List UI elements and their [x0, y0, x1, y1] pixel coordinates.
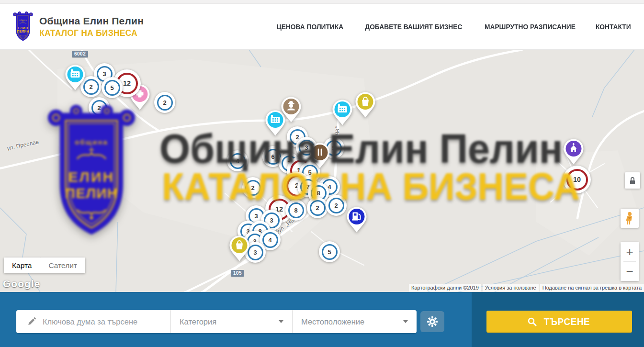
map-cluster-count: 4	[230, 153, 246, 169]
map-pin-builder[interactable]	[280, 96, 302, 123]
map-pin-church[interactable]	[563, 138, 585, 165]
pegman-icon	[624, 212, 635, 225]
map-pin-food[interactable]	[309, 142, 331, 169]
search-form: Категория Местоположение	[16, 310, 417, 333]
keyword-input[interactable]	[43, 317, 170, 326]
chevron-down-icon	[403, 320, 408, 323]
map-pin-shopping[interactable]	[228, 235, 250, 262]
map-cluster[interactable]: 8	[285, 200, 306, 221]
gear-icon	[427, 316, 438, 327]
search-icon	[528, 317, 537, 326]
map-cluster-count: 2	[310, 200, 326, 216]
map-type-satellite-button[interactable]: Сателит	[40, 257, 85, 273]
top-strip	[0, 0, 644, 4]
keyword-field[interactable]	[16, 310, 170, 333]
map-markers: 321252223564713522748128223338343510	[0, 50, 644, 292]
search-button[interactable]: ТЪРСЕНЕ	[486, 311, 632, 333]
map-type-map-button[interactable]: Карта	[4, 257, 40, 273]
municipality-logo	[11, 11, 34, 43]
main-nav: ЦЕНОВА ПОЛИТИКА ДОБАВЕТЕ ВАШИЯТ БИЗНЕС М…	[275, 23, 632, 31]
nav-add-business[interactable]: ДОБАВЕТЕ ВАШИЯТ БИЗНЕС	[365, 23, 462, 31]
chevron-down-icon	[279, 320, 283, 323]
map-cluster-count: 10	[566, 169, 588, 190]
map-cluster[interactable]: 2	[326, 195, 347, 216]
category-select-label: Категория	[180, 317, 216, 326]
map-pin-factory[interactable]	[331, 99, 353, 126]
nav-contacts[interactable]: КОНТАКТИ	[596, 23, 631, 31]
map-cluster[interactable]: 2	[307, 197, 328, 218]
nav-route-schedule[interactable]: МАРШРУТНО РАЗПИСАНИЕ	[485, 23, 576, 31]
map-cluster[interactable]: 5	[102, 77, 123, 98]
map-cluster-count: 5	[104, 80, 120, 96]
lock-button[interactable]	[625, 172, 640, 189]
map-pin-fuel[interactable]	[346, 206, 368, 233]
map-cluster[interactable]: 2	[154, 92, 175, 113]
zoom-in-button[interactable]: +	[621, 242, 639, 261]
nav-pricing-policy[interactable]: ЦЕНОВА ПОЛИТИКА	[277, 23, 343, 31]
map-cluster-count: 2	[245, 180, 261, 196]
location-select-label: Местоположение	[301, 317, 364, 326]
map-canvas[interactable]: 6002105ул. Преславбул. „Новоселци“ 32125…	[0, 50, 644, 292]
location-select[interactable]: Местоположение	[292, 310, 417, 333]
map-cluster-count: 8	[288, 202, 304, 218]
attribution-terms-link[interactable]: Условия за ползване	[483, 284, 539, 291]
header: Община Елин Пелин КАТАЛОГ НА БИЗНЕСА ЦЕН…	[0, 4, 644, 50]
attribution-report-link[interactable]: Подаване на сигнал за грешка в картата	[540, 284, 644, 291]
lock-icon	[628, 176, 637, 185]
zoom-control: + −	[621, 242, 639, 281]
search-bar: Категория Местоположение	[0, 292, 644, 347]
category-select[interactable]: Категория	[170, 310, 292, 333]
page: Община Елин Пелин КАТАЛОГ НА БИЗНЕСА ЦЕН…	[0, 0, 644, 347]
map-cluster[interactable]: 2	[242, 177, 263, 198]
map-attribution: Картографски данни ©2019 Условия за полз…	[407, 284, 644, 291]
map-pin-shopping[interactable]	[354, 91, 376, 118]
brand[interactable]: Община Елин Пелин КАТАЛОГ НА БИЗНЕСА	[11, 11, 144, 43]
pegman-button[interactable]	[621, 209, 639, 228]
search-button-label: ТЪРСЕНЕ	[543, 316, 589, 327]
pencil-icon	[27, 317, 36, 326]
attribution-copyright: Картографски данни ©2019	[409, 284, 481, 291]
map-pin-factory[interactable]	[64, 64, 86, 91]
map-cluster-count: 5	[322, 244, 338, 260]
google-logo[interactable]: Google	[3, 278, 40, 290]
map-cluster-count: 2	[157, 95, 173, 111]
brand-text: Община Елин Пелин КАТАЛОГ НА БИЗНЕСА	[39, 15, 144, 38]
advanced-search-button[interactable]	[420, 311, 444, 332]
map-type-control: Карта Сателит	[4, 257, 85, 273]
map-cluster-count: 4	[262, 232, 278, 248]
map-cluster[interactable]: 10	[563, 166, 591, 193]
map-cluster-count: 2	[91, 100, 107, 116]
map-cluster-count: 2	[328, 198, 344, 213]
site-title: Община Елин Пелин	[39, 15, 144, 27]
map-cluster[interactable]: 5	[319, 241, 340, 262]
map-cluster[interactable]: 4	[227, 150, 248, 171]
zoom-out-button[interactable]: −	[621, 262, 639, 281]
map-cluster[interactable]: 2	[89, 97, 110, 118]
site-subtitle: КАТАЛОГ НА БИЗНЕСА	[39, 28, 137, 38]
